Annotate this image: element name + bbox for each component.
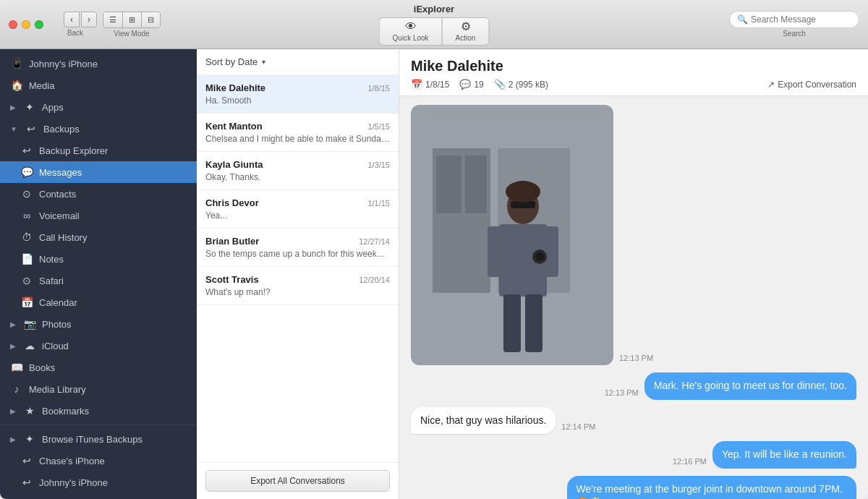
- sidebar-notes-label: Notes: [39, 254, 64, 265]
- view-mode-grid-button[interactable]: ⊟: [142, 12, 160, 27]
- conv-name-brian: Brian Butler: [205, 236, 259, 247]
- msg-bubble-mark: Mark. He's going to meet us for dinner, …: [644, 372, 856, 400]
- view-mode-label: View Mode: [114, 30, 149, 38]
- call-history-icon: ⏱: [20, 231, 33, 243]
- forward-button[interactable]: ›: [81, 12, 97, 27]
- conv-date-chris: 1/1/15: [367, 199, 390, 208]
- search-area: 🔍 Search: [729, 11, 859, 38]
- sidebar-item-books[interactable]: 📖 Books: [0, 357, 197, 378]
- sidebar-item-apps[interactable]: ▶ ✦ Apps: [0, 96, 197, 118]
- sidebar-item-notes[interactable]: 📄 Notes: [0, 248, 197, 270]
- conv-date-mike: 1/8/15: [367, 84, 390, 93]
- sidebar-item-chases-iphone[interactable]: ↩ Chase's iPhone: [0, 450, 197, 472]
- sidebar-item-backup-explorer[interactable]: ↩ Backup Explorer: [0, 140, 197, 161]
- sidebar-item-browse-itunes[interactable]: ▶ ✦ Browse iTunes Backups: [0, 428, 197, 450]
- sidebar-item-icloud[interactable]: ▶ ☁ iCloud: [0, 335, 197, 357]
- action-button[interactable]: ⚙ Action: [442, 17, 490, 46]
- contacts-icon: ⊙: [20, 188, 33, 200]
- msg-time-image: 12:13 PM: [619, 354, 653, 362]
- messages-list: Mike Dalehite 1/8/15 Ha. Smooth Kent Man…: [197, 75, 399, 462]
- sidebar-icloud-label: iCloud: [42, 341, 69, 351]
- conv-item-chris[interactable]: Chris Devor 1/1/15 Yea...: [197, 190, 399, 229]
- backups-icon: ↩: [25, 123, 38, 135]
- sidebar-apps-label: Apps: [42, 102, 64, 113]
- svg-rect-11: [503, 294, 521, 352]
- msg-time-yep: 12:16 PM: [673, 457, 707, 466]
- maximize-button[interactable]: [35, 20, 43, 29]
- sidebar-item-media[interactable]: 🏠 Media: [0, 74, 197, 96]
- johnnys-iphone2-icon: ↩: [20, 477, 33, 488]
- sidebar-photos-label: Photos: [42, 319, 71, 330]
- sidebar-item-bookmarks[interactable]: ▶ ★ Bookmarks: [0, 400, 197, 422]
- sidebar-item-messages[interactable]: 💬 Messages: [0, 161, 197, 183]
- action-icon: ⚙: [461, 21, 471, 33]
- messages-icon: 💬: [20, 166, 33, 178]
- sidebar-media-label: Media: [29, 80, 54, 91]
- chat-messages: 12:13 PM 12:13 PM Mark. He's going to me…: [399, 96, 868, 499]
- browse-itunes-icon: ✦: [23, 433, 36, 445]
- sidebar-safari-label: Safari: [39, 276, 64, 286]
- msg-row-mark: 12:13 PM Mark. He's going to meet us for…: [411, 372, 856, 400]
- sidebar-browse-itunes-label: Browse iTunes Backups: [42, 434, 142, 445]
- conv-header-scott: Scott Travis 12/20/14: [205, 274, 390, 285]
- sidebar-item-safari[interactable]: ⊙ Safari: [0, 270, 197, 291]
- sidebar-item-calendar[interactable]: 📅 Calendar: [0, 291, 197, 313]
- chat-panel: Mike Dalehite 📅 1/8/15 💬 19 📎 2 (995 kB): [399, 49, 868, 499]
- minimize-button[interactable]: [22, 20, 30, 29]
- sidebar-messages-label: Messages: [39, 167, 82, 178]
- sidebar-item-photos[interactable]: ▶ 📷 Photos: [0, 313, 197, 335]
- photos-arrow-icon: ▶: [10, 320, 16, 328]
- quick-look-icon: 👁: [405, 21, 417, 33]
- msg-row-nice: Nice, that guy was hilarious. 12:14 PM: [411, 407, 856, 435]
- app-window: ‹ › Back ☰ ⊞ ⊟ View Mode iExplorer 👁 Qui…: [0, 0, 868, 499]
- view-mode-list-button[interactable]: ☰: [103, 12, 123, 27]
- sort-chevron-icon: ▾: [262, 58, 265, 66]
- conv-name-kayla: Kayla Giunta: [205, 159, 263, 170]
- sidebar-item-device[interactable]: 📱 Johnny's iPhone: [0, 49, 197, 74]
- conv-item-scott[interactable]: Scott Travis 12/20/14 What's up man!?: [197, 267, 399, 305]
- conv-preview-scott: What's up man!?: [205, 287, 390, 297]
- conv-item-brian[interactable]: Brian Butler 12/27/14 So the temps came …: [197, 229, 399, 267]
- messages-list-panel: Sort by Date ▾ Mike Dalehite 1/8/15 Ha. …: [197, 49, 399, 499]
- conv-header-mike: Mike Dalehite 1/8/15: [205, 82, 390, 93]
- conv-name-kent: Kent Manton: [205, 121, 263, 132]
- conv-item-kent[interactable]: Kent Manton 1/5/15 Chelsea and I might b…: [197, 114, 399, 152]
- close-button[interactable]: [9, 20, 17, 29]
- svg-rect-10: [545, 226, 558, 277]
- chat-date: 1/8/15: [425, 80, 449, 90]
- msg-time-mark: 12:13 PM: [605, 388, 639, 397]
- export-conversation-button[interactable]: ↗ Export Conversation: [767, 80, 856, 90]
- quick-look-button[interactable]: 👁 Quick Look: [379, 17, 442, 46]
- quick-look-label: Quick Look: [393, 34, 429, 42]
- view-mode-columns-button[interactable]: ⊞: [123, 12, 142, 27]
- back-button[interactable]: ‹: [64, 12, 80, 27]
- chat-meta-date: 📅 1/8/15: [411, 79, 449, 90]
- export-all-button[interactable]: Export All Conversations: [205, 470, 390, 492]
- sidebar-bookmarks-label: Bookmarks: [42, 406, 89, 417]
- conv-date-brian: 12/27/14: [359, 237, 390, 246]
- sidebar-item-media-library[interactable]: ♪ Media Library: [0, 378, 197, 400]
- svg-point-15: [506, 181, 540, 202]
- msg-row-image: 12:13 PM: [411, 105, 856, 365]
- search-input[interactable]: [751, 14, 852, 25]
- msg-row-yep: 12:16 PM Yep. It will be like a reunion.: [411, 441, 856, 469]
- sidebar-item-backups[interactable]: ▼ ↩ Backups: [0, 118, 197, 140]
- sidebar-calendar-label: Calendar: [39, 297, 77, 308]
- chat-contact-name: Mike Dalehite: [411, 58, 856, 74]
- conv-item-kayla[interactable]: Kayla Giunta 1/3/15 Okay. Thanks.: [197, 152, 399, 190]
- sidebar-item-contacts[interactable]: ⊙ Contacts: [0, 183, 197, 205]
- svg-rect-4: [436, 155, 461, 213]
- traffic-lights: [9, 20, 43, 29]
- conv-item-mike[interactable]: Mike Dalehite 1/8/15 Ha. Smooth: [197, 75, 399, 114]
- sidebar-item-call-history[interactable]: ⏱ Call History: [0, 226, 197, 248]
- photos-icon: 📷: [23, 318, 36, 330]
- sidebar-item-johnnys-iphone2[interactable]: ↩ Johnny's iPhone: [0, 472, 197, 493]
- sidebar-item-voicemail[interactable]: ∞ Voicemail: [0, 205, 197, 226]
- media-library-icon: ♪: [10, 383, 23, 395]
- nav-buttons: ‹ ›: [64, 12, 97, 27]
- conv-preview-brian: So the temps came up a bunch for this we…: [205, 249, 390, 259]
- conv-name-mike: Mike Dalehite: [205, 82, 265, 93]
- sidebar-device-label: Johnny's iPhone: [29, 59, 98, 69]
- icloud-icon: ☁: [23, 340, 36, 351]
- action-label: Action: [456, 34, 476, 42]
